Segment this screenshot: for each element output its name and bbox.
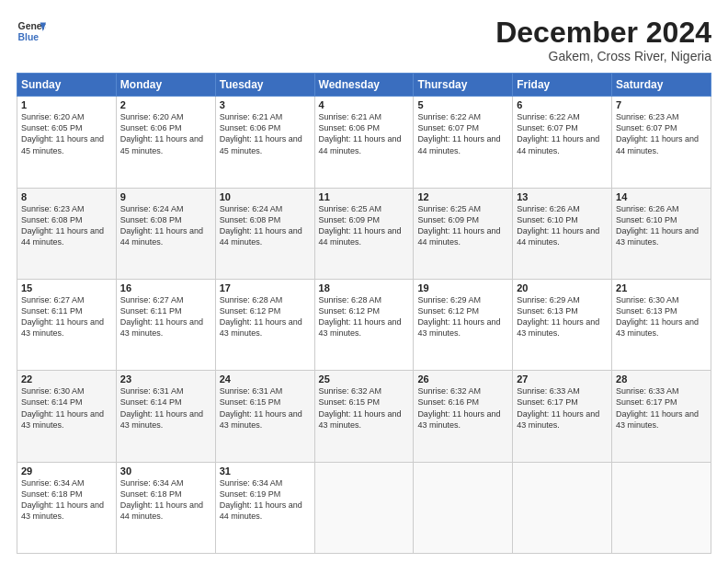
day-number: 26 bbox=[417, 373, 508, 385]
day-info: Sunrise: 6:22 AMSunset: 6:07 PMDaylight:… bbox=[517, 112, 599, 155]
day-number: 19 bbox=[417, 282, 508, 293]
table-row: 23 Sunrise: 6:31 AMSunset: 6:14 PMDaylig… bbox=[116, 371, 215, 462]
day-info: Sunrise: 6:23 AMSunset: 6:08 PMDaylight:… bbox=[21, 204, 104, 247]
day-info: Sunrise: 6:29 AMSunset: 6:12 PMDaylight:… bbox=[417, 295, 500, 338]
calendar-week-row: 15 Sunrise: 6:27 AMSunset: 6:11 PMDaylig… bbox=[17, 279, 711, 370]
day-number: 14 bbox=[616, 191, 707, 202]
day-info: Sunrise: 6:27 AMSunset: 6:11 PMDaylight:… bbox=[120, 295, 203, 338]
day-number: 15 bbox=[21, 282, 112, 293]
table-row: 14 Sunrise: 6:26 AMSunset: 6:10 PMDaylig… bbox=[612, 188, 711, 279]
day-info: Sunrise: 6:34 AMSunset: 6:18 PMDaylight:… bbox=[21, 478, 104, 521]
logo: General Blue bbox=[17, 17, 46, 46]
svg-text:Blue: Blue bbox=[18, 32, 40, 42]
table-row: 29 Sunrise: 6:34 AMSunset: 6:18 PMDaylig… bbox=[17, 462, 117, 553]
table-row: 2 Sunrise: 6:20 AMSunset: 6:06 PMDayligh… bbox=[116, 97, 215, 188]
day-info: Sunrise: 6:25 AMSunset: 6:09 PMDaylight:… bbox=[417, 204, 500, 247]
table-row bbox=[314, 462, 414, 553]
day-number: 17 bbox=[220, 282, 311, 293]
day-info: Sunrise: 6:30 AMSunset: 6:13 PMDaylight:… bbox=[616, 295, 699, 338]
day-number: 18 bbox=[319, 282, 410, 293]
table-row bbox=[612, 462, 711, 553]
day-number: 13 bbox=[517, 191, 608, 202]
table-row: 13 Sunrise: 6:26 AMSunset: 6:10 PMDaylig… bbox=[513, 188, 612, 279]
day-info: Sunrise: 6:28 AMSunset: 6:12 PMDaylight:… bbox=[220, 295, 302, 338]
table-row: 9 Sunrise: 6:24 AMSunset: 6:08 PMDayligh… bbox=[116, 188, 215, 279]
day-info: Sunrise: 6:31 AMSunset: 6:15 PMDaylight:… bbox=[220, 386, 302, 429]
table-row: 4 Sunrise: 6:21 AMSunset: 6:06 PMDayligh… bbox=[314, 97, 414, 188]
day-number: 10 bbox=[220, 191, 311, 202]
header: General Blue December 2024 Gakem, Cross … bbox=[17, 17, 711, 63]
day-number: 12 bbox=[417, 191, 508, 202]
table-row bbox=[513, 462, 612, 553]
day-number: 24 bbox=[220, 373, 311, 385]
day-info: Sunrise: 6:28 AMSunset: 6:12 PMDaylight:… bbox=[319, 295, 402, 338]
day-number: 1 bbox=[21, 99, 112, 110]
day-info: Sunrise: 6:29 AMSunset: 6:13 PMDaylight:… bbox=[517, 295, 599, 338]
table-row: 19 Sunrise: 6:29 AMSunset: 6:12 PMDaylig… bbox=[414, 279, 513, 370]
calendar-week-row: 22 Sunrise: 6:30 AMSunset: 6:14 PMDaylig… bbox=[17, 371, 711, 462]
table-row: 3 Sunrise: 6:21 AMSunset: 6:06 PMDayligh… bbox=[215, 97, 314, 188]
day-number: 4 bbox=[319, 99, 410, 110]
table-row: 16 Sunrise: 6:27 AMSunset: 6:11 PMDaylig… bbox=[116, 279, 215, 370]
table-row: 18 Sunrise: 6:28 AMSunset: 6:12 PMDaylig… bbox=[314, 279, 414, 370]
day-info: Sunrise: 6:32 AMSunset: 6:15 PMDaylight:… bbox=[319, 386, 402, 429]
day-info: Sunrise: 6:24 AMSunset: 6:08 PMDaylight:… bbox=[120, 204, 203, 247]
day-number: 22 bbox=[21, 373, 112, 385]
day-number: 20 bbox=[517, 282, 608, 293]
day-number: 2 bbox=[120, 99, 211, 110]
day-info: Sunrise: 6:34 AMSunset: 6:18 PMDaylight:… bbox=[120, 478, 203, 521]
day-info: Sunrise: 6:27 AMSunset: 6:11 PMDaylight:… bbox=[21, 295, 104, 338]
title-block: December 2024 Gakem, Cross River, Nigeri… bbox=[495, 17, 711, 63]
day-info: Sunrise: 6:22 AMSunset: 6:07 PMDaylight:… bbox=[417, 112, 500, 155]
day-info: Sunrise: 6:21 AMSunset: 6:06 PMDaylight:… bbox=[319, 112, 402, 155]
day-number: 31 bbox=[220, 465, 311, 477]
table-row: 12 Sunrise: 6:25 AMSunset: 6:09 PMDaylig… bbox=[414, 188, 513, 279]
day-number: 27 bbox=[517, 373, 608, 385]
table-row: 7 Sunrise: 6:23 AMSunset: 6:07 PMDayligh… bbox=[612, 97, 711, 188]
day-number: 30 bbox=[120, 465, 211, 477]
table-row: 27 Sunrise: 6:33 AMSunset: 6:17 PMDaylig… bbox=[513, 371, 612, 462]
table-row: 20 Sunrise: 6:29 AMSunset: 6:13 PMDaylig… bbox=[513, 279, 612, 370]
header-tuesday: Tuesday bbox=[215, 74, 314, 97]
table-row: 11 Sunrise: 6:25 AMSunset: 6:09 PMDaylig… bbox=[314, 188, 414, 279]
day-info: Sunrise: 6:23 AMSunset: 6:07 PMDaylight:… bbox=[616, 112, 699, 155]
table-row: 22 Sunrise: 6:30 AMSunset: 6:14 PMDaylig… bbox=[17, 371, 117, 462]
day-number: 16 bbox=[120, 282, 211, 293]
day-number: 25 bbox=[319, 373, 410, 385]
table-row: 6 Sunrise: 6:22 AMSunset: 6:07 PMDayligh… bbox=[513, 97, 612, 188]
table-row: 26 Sunrise: 6:32 AMSunset: 6:16 PMDaylig… bbox=[414, 371, 513, 462]
day-info: Sunrise: 6:20 AMSunset: 6:06 PMDaylight:… bbox=[120, 112, 203, 155]
day-info: Sunrise: 6:26 AMSunset: 6:10 PMDaylight:… bbox=[616, 204, 699, 247]
day-info: Sunrise: 6:20 AMSunset: 6:05 PMDaylight:… bbox=[21, 112, 104, 155]
table-row: 31 Sunrise: 6:34 AMSunset: 6:19 PMDaylig… bbox=[215, 462, 314, 553]
day-number: 3 bbox=[220, 99, 311, 110]
table-row: 21 Sunrise: 6:30 AMSunset: 6:13 PMDaylig… bbox=[612, 279, 711, 370]
header-saturday: Saturday bbox=[612, 74, 711, 97]
day-info: Sunrise: 6:30 AMSunset: 6:14 PMDaylight:… bbox=[21, 386, 104, 429]
header-wednesday: Wednesday bbox=[314, 74, 414, 97]
day-number: 8 bbox=[21, 191, 112, 202]
day-info: Sunrise: 6:32 AMSunset: 6:16 PMDaylight:… bbox=[417, 386, 500, 429]
calendar-week-row: 29 Sunrise: 6:34 AMSunset: 6:18 PMDaylig… bbox=[17, 462, 711, 553]
header-monday: Monday bbox=[116, 74, 215, 97]
day-info: Sunrise: 6:25 AMSunset: 6:09 PMDaylight:… bbox=[319, 204, 402, 247]
day-info: Sunrise: 6:24 AMSunset: 6:08 PMDaylight:… bbox=[220, 204, 302, 247]
day-info: Sunrise: 6:26 AMSunset: 6:10 PMDaylight:… bbox=[517, 204, 599, 247]
table-row: 25 Sunrise: 6:32 AMSunset: 6:15 PMDaylig… bbox=[314, 371, 414, 462]
table-row: 1 Sunrise: 6:20 AMSunset: 6:05 PMDayligh… bbox=[17, 97, 117, 188]
day-number: 7 bbox=[616, 99, 707, 110]
table-row: 5 Sunrise: 6:22 AMSunset: 6:07 PMDayligh… bbox=[414, 97, 513, 188]
calendar-header-row: Sunday Monday Tuesday Wednesday Thursday… bbox=[17, 74, 711, 97]
calendar-week-row: 1 Sunrise: 6:20 AMSunset: 6:05 PMDayligh… bbox=[17, 97, 711, 188]
day-number: 29 bbox=[21, 465, 112, 477]
logo-icon: General Blue bbox=[17, 17, 46, 46]
table-row: 30 Sunrise: 6:34 AMSunset: 6:18 PMDaylig… bbox=[116, 462, 215, 553]
day-info: Sunrise: 6:33 AMSunset: 6:17 PMDaylight:… bbox=[517, 386, 599, 429]
day-info: Sunrise: 6:21 AMSunset: 6:06 PMDaylight:… bbox=[220, 112, 302, 155]
location-subtitle: Gakem, Cross River, Nigeria bbox=[495, 49, 711, 63]
day-number: 5 bbox=[417, 99, 508, 110]
page: General Blue December 2024 Gakem, Cross … bbox=[0, 0, 728, 563]
day-number: 11 bbox=[319, 191, 410, 202]
day-info: Sunrise: 6:34 AMSunset: 6:19 PMDaylight:… bbox=[220, 478, 302, 521]
day-number: 9 bbox=[120, 191, 211, 202]
